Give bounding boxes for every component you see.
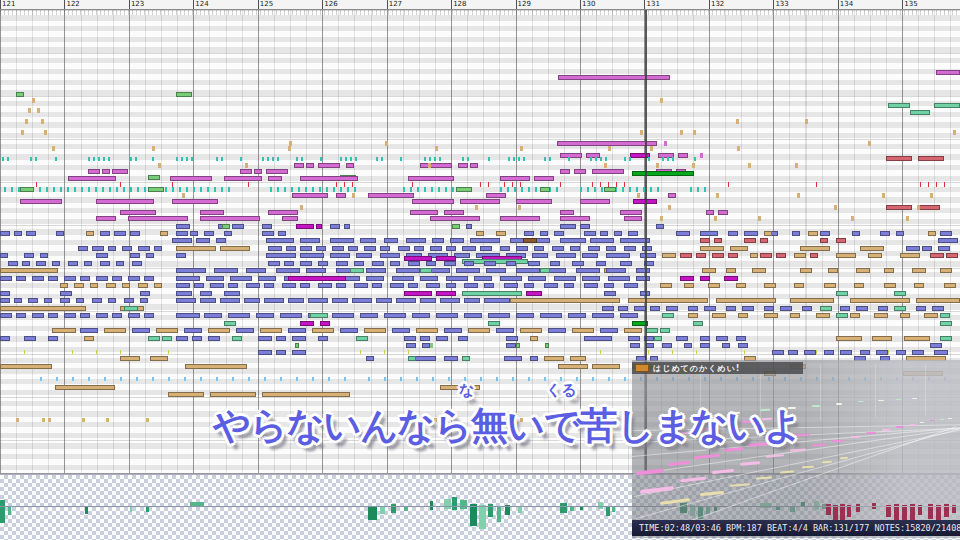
midi-note	[500, 246, 510, 251]
midi-note	[326, 187, 328, 192]
midi-note	[24, 253, 34, 258]
midi-note	[14, 298, 22, 303]
midi-note	[53, 187, 55, 192]
midi-note	[662, 343, 672, 348]
midi-note	[68, 176, 116, 181]
midi-note	[434, 418, 437, 422]
midi-note	[620, 210, 642, 215]
perspective-vline	[925, 365, 926, 415]
midi-note	[764, 306, 774, 311]
midi-note	[95, 187, 97, 192]
midi-note	[355, 157, 357, 161]
midi-note	[576, 377, 578, 381]
midi-note	[604, 163, 607, 168]
midi-note	[484, 298, 510, 303]
midi-note	[668, 193, 676, 198]
waveform-spike	[560, 507, 567, 513]
midi-note	[44, 130, 47, 135]
midi-note	[458, 336, 468, 341]
midi-note	[56, 377, 58, 381]
midi-note	[300, 176, 358, 181]
midi-note	[438, 187, 440, 192]
midi-note	[168, 377, 170, 381]
midi-note	[264, 377, 266, 381]
midi-note	[120, 350, 121, 354]
midi-note	[214, 187, 216, 192]
midi-note	[608, 377, 610, 381]
midi-note	[564, 283, 574, 288]
midi-note	[240, 169, 252, 174]
midi-note	[384, 377, 386, 381]
midi-note	[810, 253, 818, 258]
midi-note	[277, 157, 279, 161]
midi-note	[264, 283, 274, 288]
midi-note	[700, 153, 703, 158]
midi-note	[332, 246, 344, 251]
midi-note	[32, 313, 44, 318]
midi-note	[200, 377, 202, 381]
midi-note	[912, 350, 924, 355]
midi-note	[426, 283, 440, 288]
midi-note	[340, 328, 358, 333]
midi-note	[130, 157, 132, 161]
midi-note	[240, 157, 242, 161]
midi-note	[224, 176, 262, 181]
midi-note	[894, 306, 906, 311]
midi-note	[528, 187, 530, 192]
midi-note	[320, 321, 330, 326]
midi-note	[790, 298, 834, 303]
midi-note	[381, 157, 383, 161]
midi-note	[446, 276, 468, 281]
midi-note	[716, 336, 728, 341]
midi-note	[356, 253, 372, 258]
midi-note	[528, 261, 540, 266]
midi-note	[224, 321, 236, 326]
midi-note	[930, 343, 942, 348]
midi-note	[200, 291, 212, 296]
midi-note	[288, 146, 291, 151]
midi-note	[462, 157, 464, 161]
midi-note	[666, 306, 678, 311]
midi-note	[432, 238, 444, 243]
midi-note	[436, 291, 456, 296]
midi-note	[816, 182, 817, 187]
midi-note	[96, 276, 108, 281]
midi-note	[496, 377, 498, 381]
midi-note	[200, 187, 202, 192]
midi-note	[435, 146, 438, 151]
3d-waveform-spike	[833, 505, 838, 506]
midi-note	[319, 187, 321, 192]
midi-note	[940, 321, 952, 326]
midi-note	[640, 253, 656, 258]
midi-note	[906, 216, 909, 221]
midi-note	[602, 306, 614, 311]
midi-note	[300, 321, 314, 326]
midi-note	[920, 182, 921, 187]
waveform-spike	[470, 507, 477, 526]
midi-note	[288, 298, 304, 303]
waveform-spike	[146, 507, 149, 512]
3d-preview-viewport[interactable]: はじめてのかくめい! TIME:02:48/03:46 BPM:187 BEAT…	[632, 360, 960, 538]
midi-note	[410, 187, 412, 192]
midi-note	[0, 268, 58, 273]
bar-number: 122	[66, 0, 79, 9]
3d-waveform-spike	[833, 507, 838, 521]
midi-note	[144, 276, 154, 281]
midi-note	[440, 298, 460, 303]
midi-note	[728, 231, 738, 236]
midi-note	[200, 210, 224, 215]
midi-note	[860, 350, 870, 355]
midi-note	[430, 343, 433, 348]
midi-note	[132, 261, 142, 266]
midi-note	[868, 253, 882, 258]
3d-waveform-spike	[856, 507, 860, 512]
midi-note	[56, 231, 64, 236]
bar-ruler[interactable]: 1211221231241251261271281291301311321331…	[0, 0, 960, 10]
midi-note	[584, 283, 598, 288]
midi-note	[582, 253, 598, 258]
midi-note	[714, 216, 717, 221]
midi-note	[84, 336, 94, 341]
midi-note	[690, 187, 692, 192]
midi-note	[452, 224, 460, 229]
midi-note	[182, 193, 185, 198]
